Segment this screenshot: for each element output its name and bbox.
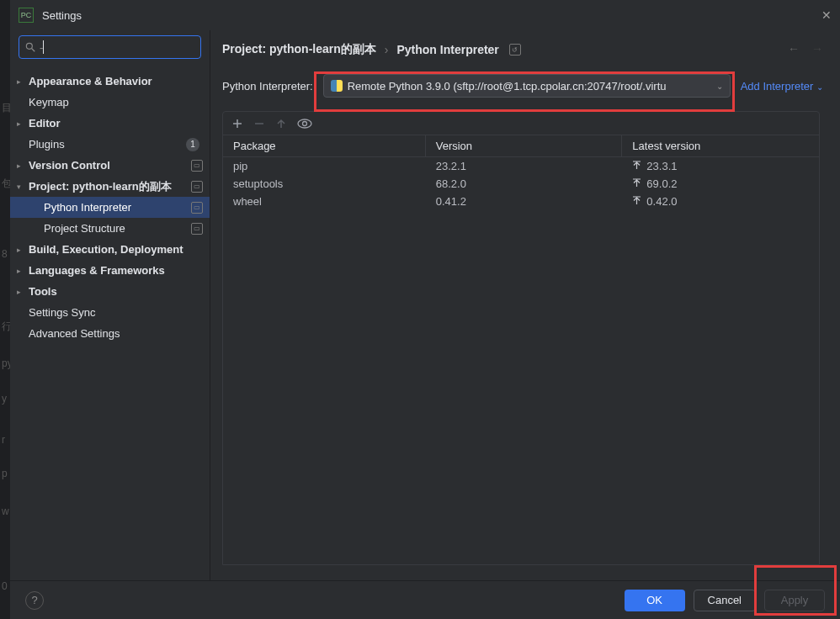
- add-interpreter-link[interactable]: Add Interpreter ⌄: [741, 80, 823, 93]
- breadcrumb-page: Python Interpreter: [396, 43, 498, 56]
- forward-icon: →: [811, 42, 823, 56]
- tree-node-settings-sync[interactable]: Settings Sync: [10, 302, 210, 323]
- tree-label: Settings Sync: [29, 306, 203, 319]
- tree-node-tools[interactable]: ▸Tools: [10, 281, 210, 302]
- pkg-latest: 23.3.1: [622, 160, 819, 172]
- upgrade-available-icon: [632, 196, 641, 205]
- tree-node-python-interpreter[interactable]: Python Interpreter▭: [10, 197, 210, 218]
- tree-label: Python Interpreter: [44, 201, 191, 214]
- chevron-right-icon: ▸: [17, 246, 25, 254]
- chevron-right-icon: ▸: [17, 288, 25, 296]
- nav-arrows: ← →: [788, 42, 823, 56]
- tree-node-project-python-learn-[interactable]: ▾Project: python-learn的副本▭: [10, 176, 210, 197]
- chevron-down-icon: ▾: [17, 183, 25, 191]
- tree-node-build-execution-deployment[interactable]: ▸Build, Execution, Deployment: [10, 239, 210, 260]
- settings-sidebar: - ▸Appearance & BehaviorKeymap▸EditorPlu…: [10, 30, 210, 580]
- svg-point-6: [303, 121, 307, 125]
- tree-label: Build, Execution, Deployment: [29, 243, 203, 256]
- python-icon: [331, 80, 343, 92]
- settings-search[interactable]: -: [19, 35, 201, 59]
- package-row-wheel[interactable]: wheel0.41.20.42.0: [223, 193, 819, 210]
- tree-label: Languages & Frameworks: [29, 264, 203, 277]
- project-scope-icon: ▭: [191, 223, 203, 235]
- tree-label: Keymap: [29, 96, 203, 108]
- project-scope-icon: ▭: [191, 181, 203, 193]
- upgrade-package-icon: [275, 118, 287, 130]
- tree-label: Tools: [29, 285, 203, 298]
- svg-line-1: [32, 49, 35, 52]
- upgrade-available-icon: [632, 161, 641, 170]
- packages-header: Package Version Latest version: [223, 135, 819, 157]
- badge: 1: [186, 138, 199, 151]
- col-package[interactable]: Package: [223, 135, 426, 156]
- search-icon: [24, 41, 36, 53]
- add-package-icon[interactable]: [231, 118, 243, 130]
- ok-button[interactable]: OK: [625, 590, 685, 611]
- pkg-version: 0.41.2: [426, 195, 623, 208]
- package-row-setuptools[interactable]: setuptools68.2.069.0.2: [223, 175, 819, 193]
- breadcrumb: Project: python-learn的副本 › Python Interp…: [222, 42, 823, 57]
- tree-node-languages-frameworks[interactable]: ▸Languages & Frameworks: [10, 260, 210, 281]
- cancel-button[interactable]: Cancel: [694, 590, 756, 611]
- col-version[interactable]: Version: [426, 135, 623, 156]
- pkg-latest: 69.0.2: [622, 177, 819, 190]
- tree-label: Version Control: [29, 159, 191, 172]
- tree-label: Editor: [29, 117, 203, 130]
- svg-point-0: [26, 43, 32, 49]
- chevron-right-icon: ▸: [17, 119, 25, 128]
- svg-point-5: [298, 119, 311, 128]
- tree-label: Advanced Settings: [29, 327, 203, 340]
- background-ide-strip: 目包8 行pyy rpw 0: [0, 0, 10, 619]
- tree-node-plugins[interactable]: Plugins1: [10, 134, 210, 155]
- tree-node-version-control[interactable]: ▸Version Control▭: [10, 155, 210, 176]
- settings-tree: ▸Appearance & BehaviorKeymap▸EditorPlugi…: [10, 67, 210, 580]
- interpreter-label: Python Interpreter:: [222, 80, 313, 93]
- tree-label: Project Structure: [44, 222, 191, 235]
- tree-node-project-structure[interactable]: Project Structure▭: [10, 218, 210, 239]
- tree-node-editor[interactable]: ▸Editor: [10, 113, 210, 134]
- pkg-name: pip: [223, 160, 426, 172]
- show-early-releases-icon[interactable]: [297, 118, 312, 130]
- back-icon[interactable]: ←: [788, 42, 800, 56]
- titlebar: PC Settings ✕: [10, 0, 840, 30]
- project-scope-icon: ▭: [191, 160, 203, 172]
- tree-label: Plugins: [29, 138, 186, 151]
- settings-dialog: PC Settings ✕ - ▸Appearance & BehaviorKe…: [10, 0, 840, 619]
- pkg-name: setuptools: [223, 177, 426, 190]
- chevron-down-icon: ⌄: [716, 82, 723, 91]
- tree-node-appearance-behavior[interactable]: ▸Appearance & Behavior: [10, 71, 210, 92]
- dialog-footer: ? OK Cancel Apply: [10, 580, 840, 619]
- window-title: Settings: [42, 9, 82, 22]
- tree-label: Project: python-learn的副本: [29, 179, 191, 194]
- app-icon: PC: [19, 8, 34, 23]
- chevron-right-icon: ›: [385, 43, 389, 56]
- apply-button: Apply: [764, 590, 825, 611]
- pkg-version: 23.2.1: [426, 160, 623, 172]
- pkg-version: 68.2.0: [426, 177, 623, 190]
- col-latest[interactable]: Latest version: [622, 135, 819, 156]
- project-scope-icon: ▭: [191, 202, 203, 214]
- settings-main: Project: python-learn的副本 › Python Interp…: [210, 30, 840, 580]
- package-row-pip[interactable]: pip23.2.123.3.1: [223, 157, 819, 175]
- help-icon[interactable]: ?: [25, 591, 44, 610]
- packages-body: pip23.2.123.3.1setuptools68.2.069.0.2whe…: [223, 157, 819, 210]
- breadcrumb-project: Project: python-learn的副本: [222, 42, 376, 57]
- packages-toolbar: [223, 112, 819, 135]
- tree-node-advanced-settings[interactable]: Advanced Settings: [10, 323, 210, 344]
- chevron-right-icon: ▸: [17, 267, 25, 275]
- tree-label: Appearance & Behavior: [29, 75, 203, 87]
- chevron-right-icon: ▸: [17, 161, 25, 170]
- reset-icon[interactable]: ↺: [509, 44, 521, 56]
- pkg-latest: 0.42.0: [622, 195, 819, 208]
- tree-node-keymap[interactable]: Keymap: [10, 92, 210, 113]
- interpreter-dropdown[interactable]: Remote Python 3.9.0 (sftp://root@1.tcp.c…: [323, 74, 731, 98]
- pkg-name: wheel: [223, 195, 426, 208]
- remove-package-icon: [253, 118, 265, 130]
- search-input[interactable]: [44, 41, 195, 54]
- packages-panel: Package Version Latest version pip23.2.1…: [222, 111, 820, 565]
- close-icon[interactable]: ✕: [821, 8, 832, 22]
- chevron-right-icon: ▸: [17, 77, 25, 86]
- upgrade-available-icon: [632, 178, 641, 188]
- interpreter-value: Remote Python 3.9.0 (sftp://root@1.tcp.c…: [348, 80, 711, 93]
